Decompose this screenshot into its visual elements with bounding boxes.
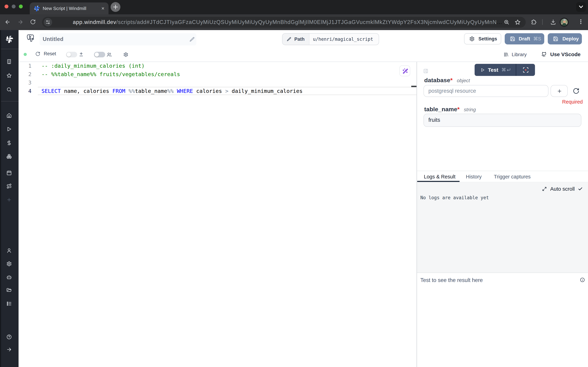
browser-menu-icon[interactable] [578, 19, 583, 24]
path-control[interactable]: Path u/henri/magical_script [282, 33, 379, 45]
test-button[interactable]: Test ⌘ [475, 64, 535, 76]
code-token [125, 88, 128, 94]
edit-pencil-icon[interactable] [189, 37, 195, 42]
script-summary-field[interactable]: Untitled [40, 33, 196, 45]
macos-close-button[interactable] [5, 5, 8, 8]
line-number: 3 [18, 79, 32, 87]
reload-icon[interactable] [30, 19, 36, 25]
back-icon[interactable] [5, 19, 10, 25]
code-editor[interactable]: 1234 -- :daily_minimum_calories (int)-- … [18, 62, 417, 367]
sidebar-item-schedules[interactable] [7, 170, 12, 175]
panel-collapse-icon[interactable] [423, 69, 428, 74]
diff-toggle[interactable] [66, 52, 77, 57]
sidebar-item-ai[interactable] [7, 275, 12, 280]
info-icon[interactable] [580, 277, 585, 282]
use-vscode-button[interactable]: Use VScode [541, 51, 580, 57]
required-hint: Required [562, 99, 583, 105]
tab-trigger-captures[interactable]: Trigger captures [494, 174, 531, 180]
line-number: 1 [18, 62, 32, 70]
vscode-label: Use VScode [550, 51, 580, 57]
url-bar[interactable]: app.windmill.dev/scripts/add#JTdCJTIyaGF… [42, 17, 526, 28]
sidebar-item-runs[interactable] [7, 126, 12, 132]
sidebar-item-home[interactable] [7, 113, 12, 118]
chevron-down-icon [579, 5, 583, 9]
autoscroll-control[interactable]: Auto scroll [542, 186, 583, 192]
table-name-value: fruits [428, 117, 440, 123]
tab-history[interactable]: History [466, 174, 482, 180]
bookmark-star-icon[interactable] [514, 19, 521, 25]
gear-icon [469, 36, 475, 42]
windmill-logo-icon[interactable] [6, 35, 13, 43]
path-value: u/henri/magical_script [313, 37, 373, 42]
code-line: -- :daily_minimum_calories (int) [42, 62, 144, 70]
sidebar-item-search[interactable] [7, 87, 12, 92]
deploy-button[interactable]: Deploy [548, 33, 582, 44]
add-resource-button[interactable] [551, 85, 568, 97]
tab-title: New Script | Windmill [43, 6, 100, 11]
code-token: daily_minimum_calories [228, 88, 302, 94]
sidebar-item-folders[interactable] [7, 288, 12, 293]
profile-avatar[interactable] [560, 18, 569, 27]
check-icon [578, 186, 583, 191]
tab-logs-result[interactable]: Logs & Result [424, 174, 455, 180]
macos-zoom-button[interactable] [19, 5, 23, 8]
expand-icon[interactable] [542, 187, 547, 191]
line-number: 4 [18, 87, 32, 95]
sidebar-item-variables[interactable] [7, 140, 12, 145]
code-token: calories [193, 88, 225, 94]
sidebar-item-settings[interactable] [7, 261, 12, 267]
sidebar-item-favorites[interactable] [7, 73, 12, 78]
forward-icon[interactable] [17, 19, 24, 25]
ai-assistant-button[interactable] [399, 66, 410, 76]
sidebar-item-groups[interactable] [7, 301, 12, 306]
kind-toggle[interactable] [94, 52, 105, 57]
browser-tab[interactable]: New Script | Windmill × [30, 2, 109, 14]
extensions-puzzle-icon[interactable] [531, 19, 537, 25]
tab-close-icon[interactable]: × [100, 6, 106, 11]
sidebar-item-help[interactable] [7, 334, 12, 340]
deploy-label: Deploy [563, 36, 579, 42]
draft-button[interactable]: Draft ⌘S [505, 33, 544, 44]
windmill-app: Untitled Path u/henri/magical_script Set… [0, 30, 588, 367]
return-key-icon [506, 68, 511, 72]
library-button[interactable]: Library [504, 52, 527, 57]
sidebar-item-resources[interactable] [7, 154, 12, 159]
code-token: > [225, 88, 228, 94]
database-input[interactable]: postgresql resource [423, 85, 548, 97]
windmill-favicon-icon [34, 5, 40, 11]
settings-button[interactable]: Settings [464, 33, 501, 44]
run-panel: Test ⌘ database*object postgresql resour… [417, 62, 588, 367]
sidebar-item-triggers[interactable] [7, 184, 12, 189]
editor-settings-gear-icon[interactable] [123, 52, 128, 57]
draft-label: Draft [519, 36, 530, 42]
capture-segment[interactable] [516, 67, 535, 73]
users-icon[interactable] [107, 52, 112, 57]
table-name-input[interactable]: fruits [423, 114, 581, 127]
sidebar-item-account[interactable] [7, 248, 12, 253]
zoom-icon[interactable] [504, 19, 510, 25]
macos-minimize-button[interactable] [12, 5, 16, 8]
status-dot [24, 53, 27, 56]
reset-icon [35, 51, 40, 56]
test-run-segment[interactable]: Test ⌘ [475, 67, 516, 73]
new-tab-button[interactable] [111, 2, 120, 12]
overview-ruler-cursor-mark [411, 86, 417, 87]
reset-label: Reset [44, 51, 56, 57]
field-label-database: database*object [424, 77, 470, 83]
site-settings-icon[interactable] [44, 18, 52, 26]
refresh-resources-icon[interactable] [573, 88, 580, 94]
tab-search-button[interactable] [576, 2, 586, 12]
sidebar-item-add[interactable] [7, 197, 12, 202]
play-icon [480, 68, 485, 72]
reset-button[interactable]: Reset [35, 51, 56, 57]
library-label: Library [512, 52, 527, 57]
browser-tabstrip: New Script | Windmill × [0, 0, 588, 14]
script-title: Untitled [43, 36, 64, 42]
path-label-segment: Path [282, 33, 309, 45]
sidebar-expand-icon[interactable] [7, 347, 12, 352]
sidebar-item-workspace[interactable] [7, 59, 12, 64]
plus-icon [557, 89, 562, 94]
download-icon[interactable] [550, 19, 556, 25]
autoscroll-label: Auto scroll [550, 186, 575, 192]
github-icon [541, 52, 547, 57]
